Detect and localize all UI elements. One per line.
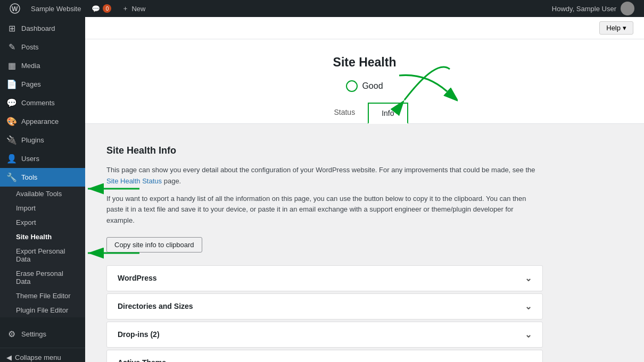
sidebar-label-comments: Comments bbox=[21, 99, 55, 107]
submenu-theme-file-editor[interactable]: Theme File Editor bbox=[0, 289, 85, 303]
submenu-available-tools[interactable]: Available Tools bbox=[0, 187, 85, 201]
accordion-directories-chevron-icon: ⌄ bbox=[525, 301, 532, 312]
sidebar-item-settings[interactable]: ⚙ Settings bbox=[0, 325, 85, 343]
sidebar-item-pages[interactable]: 📄 Pages bbox=[0, 75, 85, 94]
tab-info-label: Info bbox=[382, 109, 394, 117]
svg-text:W: W bbox=[12, 5, 18, 13]
submenu-export[interactable]: Export bbox=[0, 215, 85, 230]
accordion-active-theme: Active Theme ⌄ bbox=[106, 350, 543, 362]
accordion-active-theme-header[interactable]: Active Theme ⌄ bbox=[107, 350, 542, 362]
settings-icon: ⚙ bbox=[6, 329, 17, 339]
help-button[interactable]: Help ▾ bbox=[599, 21, 633, 35]
collapse-menu-button[interactable]: ◀ Collapse menu bbox=[0, 348, 85, 362]
sidebar-item-plugins[interactable]: 🔌 Plugins bbox=[0, 131, 85, 149]
comments-item[interactable]: 💬 0 bbox=[86, 0, 117, 17]
wp-logo-item[interactable]: W bbox=[4, 0, 26, 17]
comment-icon: 💬 bbox=[92, 5, 100, 13]
import-label: Import bbox=[16, 204, 36, 212]
nav-tabs: Status Info bbox=[96, 103, 633, 123]
sidebar-label-dashboard: Dashboard bbox=[21, 24, 55, 32]
info-section-title: Site Health Info bbox=[106, 145, 543, 156]
new-item[interactable]: ＋ New bbox=[117, 0, 151, 17]
description-text-1-end: page. bbox=[164, 177, 181, 185]
submenu-export-personal-data[interactable]: Export Personal Data bbox=[0, 244, 85, 266]
accordion-dropins-header[interactable]: Drop-ins (2) ⌄ bbox=[107, 322, 542, 347]
tab-info[interactable]: Info bbox=[368, 103, 408, 124]
accordion-directories-header[interactable]: Directories and Sizes ⌄ bbox=[107, 294, 542, 319]
health-status-indicator: Good bbox=[96, 80, 633, 92]
health-circle bbox=[346, 80, 358, 92]
sidebar: ⊞ Dashboard ✎ Posts ▦ Media 📄 Pages 💬 Co… bbox=[0, 17, 85, 362]
sidebar-item-dashboard[interactable]: ⊞ Dashboard bbox=[0, 19, 85, 38]
description-paragraph-2: If you want to export a handy list of al… bbox=[106, 193, 543, 226]
sidebar-label-appearance: Appearance bbox=[21, 117, 59, 125]
accordion-wordpress-header[interactable]: WordPress ⌄ bbox=[107, 266, 542, 291]
site-health-header: Site Health Good Status bbox=[85, 39, 644, 124]
site-health-label: Site Health bbox=[16, 233, 52, 241]
media-icon: ▦ bbox=[6, 61, 17, 71]
accordion-active-theme-chevron-icon: ⌄ bbox=[525, 358, 532, 362]
arrow-to-tools bbox=[85, 79, 96, 95]
available-tools-label: Available Tools bbox=[16, 190, 62, 198]
comments-icon: 💬 bbox=[6, 98, 17, 108]
sidebar-item-posts[interactable]: ✎ Posts bbox=[0, 38, 85, 56]
arrow-to-site-health-submenu bbox=[85, 158, 96, 174]
accordion-dropins-chevron-icon: ⌄ bbox=[525, 330, 532, 340]
site-name: Sample Website bbox=[31, 5, 81, 13]
new-label: New bbox=[131, 5, 145, 13]
submenu-plugin-file-editor[interactable]: Plugin File Editor bbox=[0, 303, 85, 317]
copy-btn-label: Copy site info to clipboard bbox=[114, 241, 194, 249]
accordion-wordpress: WordPress ⌄ bbox=[106, 265, 543, 291]
tools-icon: 🔧 bbox=[6, 172, 17, 182]
plugin-file-editor-label: Plugin File Editor bbox=[16, 306, 68, 314]
page-title: Site Health bbox=[96, 55, 633, 70]
sidebar-label-settings: Settings bbox=[21, 330, 46, 338]
submenu-site-health[interactable]: Site Health bbox=[0, 230, 85, 244]
sidebar-label-media: Media bbox=[21, 62, 40, 70]
accordion-wordpress-label: WordPress bbox=[118, 274, 157, 282]
sidebar-item-tools[interactable]: 🔧 Tools bbox=[0, 168, 85, 187]
accordion-directories: Directories and Sizes ⌄ bbox=[106, 293, 543, 319]
submenu-import[interactable]: Import bbox=[0, 201, 85, 215]
arrow-to-info bbox=[394, 70, 458, 102]
accordion-directories-label: Directories and Sizes bbox=[118, 302, 193, 310]
description-text-1: This page can show you every detail abou… bbox=[106, 166, 535, 174]
plus-icon: ＋ bbox=[122, 4, 129, 13]
sidebar-item-users[interactable]: 👤 Users bbox=[0, 149, 85, 168]
accordion-list: WordPress ⌄ Directories and Sizes ⌄ Drop… bbox=[106, 265, 543, 362]
sidebar-label-users: Users bbox=[21, 155, 39, 163]
help-bar: Help ▾ bbox=[85, 17, 644, 39]
description-paragraph-1: This page can show you every detail abou… bbox=[106, 165, 543, 187]
collapse-label: Collapse menu bbox=[15, 353, 61, 361]
sidebar-label-pages: Pages bbox=[21, 80, 41, 88]
admin-bar: W Sample Website 💬 0 ＋ New Howdy, Sample… bbox=[0, 0, 644, 17]
export-label: Export bbox=[16, 218, 36, 226]
help-chevron-icon: ▾ bbox=[623, 24, 626, 32]
submenu-erase-personal-data[interactable]: Erase Personal Data bbox=[0, 266, 85, 289]
plugins-icon: 🔌 bbox=[6, 135, 17, 145]
accordion-wordpress-chevron-icon: ⌄ bbox=[525, 273, 532, 283]
tools-submenu: Available Tools Import Export Site Healt… bbox=[0, 187, 85, 317]
accordion-active-theme-label: Active Theme bbox=[118, 358, 166, 362]
sidebar-label-plugins: Plugins bbox=[21, 136, 44, 144]
tab-status[interactable]: Status bbox=[321, 103, 368, 123]
sidebar-label-posts: Posts bbox=[21, 43, 39, 51]
site-name-item[interactable]: Sample Website bbox=[26, 0, 86, 17]
sidebar-label-tools: Tools bbox=[21, 173, 37, 181]
theme-file-editor-label: Theme File Editor bbox=[16, 292, 71, 300]
accordion-dropins-label: Drop-ins (2) bbox=[118, 330, 160, 339]
sidebar-item-media[interactable]: ▦ Media bbox=[0, 56, 85, 75]
avatar[interactable] bbox=[621, 2, 634, 15]
sidebar-item-appearance[interactable]: 🎨 Appearance bbox=[0, 112, 85, 131]
pages-icon: 📄 bbox=[6, 79, 17, 89]
dashboard-icon: ⊞ bbox=[6, 23, 17, 33]
help-label: Help bbox=[606, 24, 621, 32]
comment-count: 0 bbox=[103, 4, 111, 13]
howdy-text: Howdy, Sample User bbox=[552, 5, 616, 13]
accordion-dropins: Drop-ins (2) ⌄ bbox=[106, 322, 543, 348]
howdy-section: Howdy, Sample User bbox=[547, 2, 640, 15]
copy-site-info-button[interactable]: Copy site info to clipboard bbox=[106, 237, 202, 252]
sidebar-item-comments[interactable]: 💬 Comments bbox=[0, 94, 85, 112]
appearance-icon: 🎨 bbox=[6, 116, 17, 127]
site-health-status-link[interactable]: Site Health Status bbox=[106, 177, 162, 185]
